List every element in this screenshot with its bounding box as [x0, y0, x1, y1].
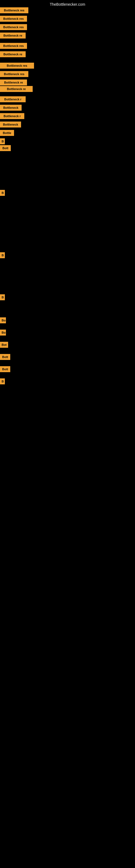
bottleneck-button-7[interactable]: Bottleneck res [0, 63, 34, 69]
bottleneck-button-20[interactable]: B [0, 294, 5, 300]
bottleneck-button-26[interactable]: B [0, 378, 5, 384]
bottleneck-button-17[interactable]: Bott [0, 145, 11, 151]
bottleneck-button-22[interactable]: Bo [0, 330, 6, 336]
bottleneck-button-4[interactable]: Bottleneck re [0, 33, 26, 38]
bottleneck-button-8[interactable]: Bottleneck res [0, 71, 28, 77]
bottleneck-button-16[interactable]: B [0, 138, 5, 144]
bottleneck-button-12[interactable]: Bottleneck [0, 105, 21, 111]
bottleneck-button-15[interactable]: Bottle [0, 130, 14, 136]
bottleneck-button-5[interactable]: Bottleneck res [0, 43, 27, 49]
bottleneck-button-1[interactable]: Bottleneck res [0, 7, 28, 13]
bottleneck-button-23[interactable]: Bot [0, 342, 8, 348]
bottleneck-button-11[interactable]: Bottleneck r [0, 96, 26, 102]
bottleneck-button-19[interactable]: B [0, 252, 5, 258]
bottleneck-button-3[interactable]: Bottleneck res [0, 24, 27, 30]
bottleneck-button-9[interactable]: Bottleneck re [0, 80, 27, 86]
bottleneck-button-24[interactable]: Bott [0, 354, 10, 360]
bottleneck-button-18[interactable]: B [0, 190, 5, 196]
bottleneck-button-2[interactable]: Bottleneck res [0, 16, 27, 22]
bottleneck-button-13[interactable]: Bottleneck r [0, 113, 24, 119]
bottleneck-button-25[interactable]: Bott [0, 366, 10, 372]
site-title: TheBottlenecker.com [50, 2, 85, 6]
bottleneck-button-14[interactable]: Bottleneck [0, 122, 21, 127]
bottleneck-button-21[interactable]: Bo [0, 317, 6, 323]
bottleneck-button-6[interactable]: Bottleneck re [0, 51, 26, 57]
bottleneck-button-10[interactable]: Bottleneck re [0, 86, 33, 92]
